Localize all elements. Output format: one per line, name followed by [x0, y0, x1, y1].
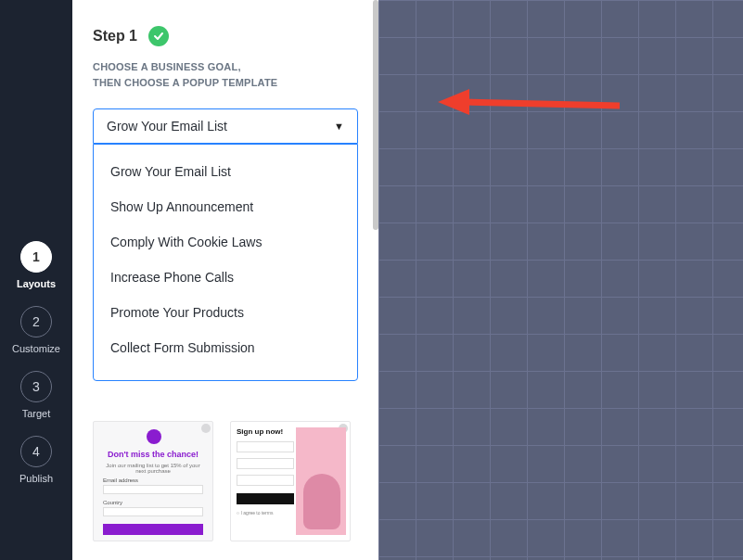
dropdown-option[interactable]: Increase Phone Calls	[94, 260, 357, 295]
template-preview: Sign up now! ○ I agree to terms	[237, 427, 294, 535]
template-card[interactable]: Don't miss the chance! Join our mailing …	[93, 421, 213, 541]
stepper-sidebar: 1 Layouts 2 Customize 3 Target 4 Publish	[0, 0, 72, 560]
template-subtext: Join our mailing list to get 15% of your…	[103, 463, 203, 474]
business-goal-select-wrap: Grow Your Email List ▼ Grow Your Email L…	[93, 108, 358, 381]
business-goal-dropdown: Grow Your Email List Show Up Announcemen…	[93, 144, 358, 381]
business-goal-select[interactable]: Grow Your Email List ▼	[93, 108, 358, 144]
template-label: Email address	[103, 477, 138, 483]
logo-icon	[147, 429, 161, 444]
panel-header: Step 1	[93, 26, 358, 46]
select-value: Grow Your Email List	[107, 119, 227, 134]
sidebar-step-customize[interactable]: 2 Customize	[12, 306, 60, 354]
check-icon	[148, 26, 169, 46]
step-number: 2	[20, 306, 52, 337]
panel-subtitle: CHOOSE A BUSINESS GOAL, THEN CHOOSE A PO…	[93, 59, 358, 90]
sidebar-step-layouts[interactable]: 1 Layouts	[17, 241, 56, 289]
config-panel: Step 1 CHOOSE A BUSINESS GOAL, THEN CHOO…	[72, 0, 378, 560]
dropdown-option[interactable]: Show Up Announcement	[94, 189, 357, 224]
step-label: Customize	[12, 343, 60, 354]
step-number: 4	[20, 436, 52, 467]
close-icon	[201, 424, 211, 433]
template-label: Country	[103, 500, 122, 505]
template-card[interactable]: Sign up now! ○ I agree to terms	[230, 421, 351, 541]
step-label: Publish	[19, 473, 53, 484]
subtitle-line1: CHOOSE A BUSINESS GOAL,	[93, 61, 241, 72]
step-number: 3	[20, 371, 52, 402]
step-number: 1	[20, 241, 52, 273]
step-label: Target	[22, 408, 51, 419]
dropdown-option[interactable]: Promote Your Products	[94, 295, 357, 330]
subtitle-line2: THEN CHOOSE A POPUP TEMPLATE	[93, 77, 277, 88]
template-input-preview	[103, 485, 203, 494]
dropdown-option[interactable]: Comply With Cookie Laws	[94, 224, 357, 260]
template-image-preview	[296, 427, 346, 535]
template-heading: Sign up now!	[237, 427, 294, 436]
sidebar-step-publish[interactable]: 4 Publish	[19, 436, 53, 484]
template-input-preview	[103, 507, 203, 516]
sidebar-step-target[interactable]: 3 Target	[20, 371, 52, 419]
step-label: Layouts	[17, 278, 56, 289]
dropdown-option[interactable]: Collect Form Submission	[94, 330, 357, 365]
dropdown-option[interactable]: Grow Your Email List	[94, 154, 357, 189]
template-heading: Don't miss the chance!	[94, 450, 212, 459]
template-button-preview	[103, 524, 203, 535]
canvas-workspace[interactable]	[378, 0, 743, 560]
step-title: Step 1	[93, 28, 137, 45]
caret-down-icon: ▼	[334, 121, 344, 132]
